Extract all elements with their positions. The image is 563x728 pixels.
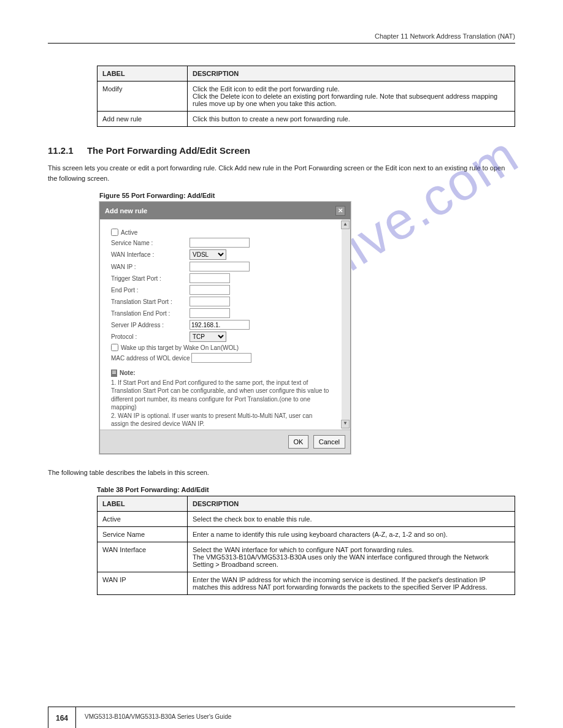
trans-end-label: Translation End Port :: [111, 310, 190, 317]
th-desc: DESCRIPTION: [188, 66, 515, 82]
scroll-up-icon[interactable]: ▲: [341, 221, 350, 229]
section-number: 11.2.1: [48, 145, 74, 156]
note-icon: [111, 370, 117, 377]
footer-text: VMG5313-B10A/VMG5313-B30A Series User's …: [85, 713, 231, 720]
dialog-titlebar: Add new rule ✕: [100, 202, 350, 219]
table-port-fwd-edit: LABEL DESCRIPTION Active Select the chec…: [97, 496, 515, 595]
end-port-input[interactable]: [190, 285, 230, 295]
note-block: Note: 1. If Start Port and End Port conf…: [111, 369, 331, 428]
server-ip-input[interactable]: [190, 320, 250, 330]
chapter-label: Chapter 11 Network Address Translation (…: [375, 32, 515, 40]
th-label: LABEL: [98, 496, 188, 512]
table-row: Service Name Enter a name to identify th…: [98, 527, 515, 542]
wan-ip-input[interactable]: [190, 262, 250, 271]
end-port-label: End Port :: [111, 287, 190, 294]
server-ip-label: Server IP Address :: [111, 322, 190, 328]
protocol-select[interactable]: TCP: [190, 332, 226, 342]
add-rule-dialog: Add new rule ✕ ▲ ▼ Active Service Name :…: [99, 202, 351, 454]
service-name-input[interactable]: [190, 238, 250, 248]
table-port-fwd-continued: LABEL DESCRIPTION Modify Click the Edit …: [97, 66, 515, 127]
service-name-label: Service Name :: [111, 240, 190, 246]
page-footer: 164 VMG5313-B10A/VMG5313-B30A Series Use…: [48, 707, 515, 707]
ok-button[interactable]: OK: [288, 435, 309, 449]
trans-start-input[interactable]: [190, 297, 230, 306]
wol-checkbox[interactable]: [111, 344, 118, 351]
th-label: LABEL: [98, 66, 188, 82]
active-label: Active: [121, 229, 137, 236]
mac-label: MAC address of WOL device: [111, 355, 190, 362]
note-body: 1. If Start Port and End Port configured…: [111, 379, 331, 428]
cancel-button[interactable]: Cancel: [313, 435, 345, 449]
trigger-start-label: Trigger Start Port :: [111, 275, 190, 282]
protocol-label: Protocol :: [111, 333, 190, 340]
section-heading: 11.2.1 The Port Forwarding Add/Edit Scre…: [48, 145, 515, 156]
trans-end-input[interactable]: [190, 308, 230, 318]
table-row: Modify Click the Edit icon to edit the p…: [98, 82, 515, 112]
table-row: WAN IP Enter the WAN IP address for whic…: [98, 572, 515, 595]
mac-input[interactable]: [191, 353, 251, 363]
trans-start-label: Translation Start Port :: [111, 298, 190, 305]
note-title: Note:: [120, 369, 136, 377]
table2-intro: The following table describes the labels…: [48, 468, 515, 478]
scroll-down-icon[interactable]: ▼: [341, 420, 350, 428]
active-checkbox[interactable]: [111, 229, 118, 236]
wan-interface-label: WAN Interface :: [111, 251, 190, 258]
trigger-start-input[interactable]: [190, 273, 230, 283]
wan-interface-select[interactable]: VDSL: [190, 249, 226, 260]
section-intro: This screen lets you create or edit a po…: [48, 163, 515, 183]
header-rule: Chapter 11 Network Address Translation (…: [48, 43, 515, 44]
page-number: 164: [48, 707, 76, 728]
dialog-footer: OK Cancel: [100, 430, 350, 453]
wol-label: Wake up this target by Wake On Lan(WOL): [121, 344, 239, 351]
section-title-text: The Port Forwarding Add/Edit Screen: [87, 145, 250, 156]
wan-ip-label: WAN IP :: [111, 264, 190, 270]
th-desc: DESCRIPTION: [188, 496, 515, 512]
table-row: Active Select the check box to enable th…: [98, 512, 515, 527]
close-icon[interactable]: ✕: [335, 206, 345, 216]
table-row: WAN Interface Select the WAN interface f…: [98, 542, 515, 572]
dialog-title-text: Add new rule: [105, 207, 147, 214]
table2-title: Table 38 Port Forwarding: Add/Edit: [97, 486, 515, 493]
table-row: Add new rule Click this button to create…: [98, 112, 515, 127]
figure-caption: Figure 55 Port Forwarding: Add/Edit: [99, 192, 515, 199]
